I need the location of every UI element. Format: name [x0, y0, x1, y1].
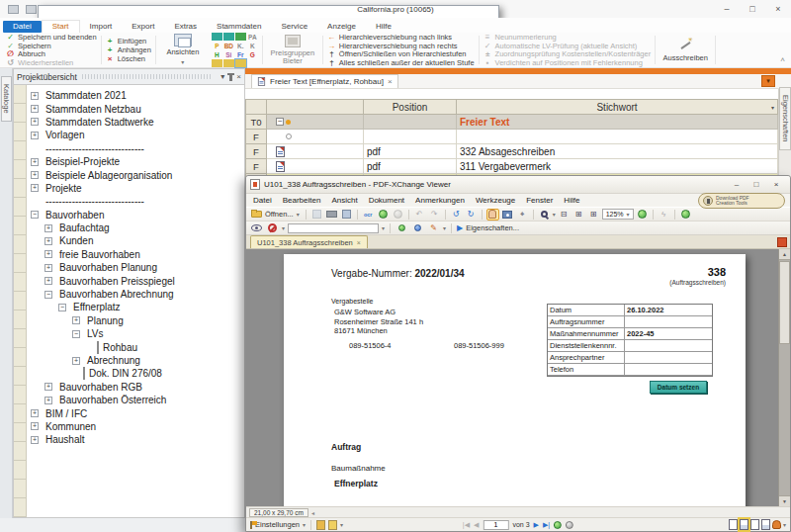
tree-expander-icon[interactable] — [31, 184, 39, 192]
stichwort-header[interactable]: Stichwort▾ — [457, 99, 778, 115]
rotate-right-icon[interactable]: ↻ — [465, 209, 478, 221]
rotate-left-icon[interactable]: ↺ — [450, 209, 463, 221]
tree-expander-icon[interactable] — [31, 409, 39, 417]
pdf-menu-item[interactable]: Datei — [253, 196, 272, 205]
settings-label[interactable]: Einstellungen — [255, 520, 300, 529]
ribbon-tab[interactable]: Anzeige — [317, 21, 366, 33]
stichwort-cell[interactable] — [457, 130, 778, 144]
print-icon[interactable] — [325, 209, 338, 221]
tree-expander-icon[interactable] — [31, 132, 39, 139]
table-row[interactable]: T0 Freier Text — [245, 115, 778, 130]
tab-scroll-button[interactable]: ▾ — [761, 75, 775, 87]
first-page-icon[interactable]: |◀ — [463, 521, 470, 529]
stichwort-cell[interactable]: Freier Text — [457, 115, 778, 130]
tree-item[interactable]: LVs — [29, 327, 244, 340]
ribbon-tab[interactable]: Extras — [164, 21, 207, 33]
tree-item[interactable]: Stammdaten 2021 — [29, 89, 244, 102]
tree-expander-icon[interactable] — [31, 422, 39, 430]
panel-menu-icon[interactable]: ▾ — [220, 72, 224, 81]
ribbon-button[interactable]: + Anhängen — [106, 45, 151, 54]
tree-expander-icon[interactable] — [31, 118, 39, 126]
table-row[interactable]: F pdf 332 Absageschreiben — [245, 144, 778, 159]
properties-button[interactable]: ▶ Eigenschaften... — [457, 223, 519, 232]
view-shortcut-icon[interactable]: K. — [235, 42, 246, 49]
scroll-down-icon[interactable]: ▼ — [779, 495, 790, 506]
eigenschaften-side-tab[interactable]: Eigenschaften — [779, 87, 791, 150]
pdf-doc-tab-close-icon[interactable]: × — [357, 239, 361, 246]
ribbon-tab[interactable]: Export — [122, 21, 164, 33]
tree-expander-icon[interactable] — [72, 357, 80, 365]
pdf-document-area[interactable]: Vergabe-Nummer: 2022/01/34 338 (Auftrags… — [246, 249, 790, 506]
table-row[interactable]: F — [245, 130, 778, 144]
web-icon[interactable] — [411, 222, 424, 234]
info-value[interactable] — [625, 316, 712, 328]
window-icon[interactable] — [26, 5, 37, 14]
position-cell[interactable]: pdf — [364, 159, 457, 174]
note-dropdown-icon[interactable]: ▾ — [340, 521, 343, 528]
tree-item[interactable]: Kommunen — [29, 420, 244, 433]
tab-close-icon[interactable]: × — [388, 77, 393, 86]
pdf-maximize-button[interactable]: □ — [747, 178, 766, 191]
tree-item[interactable]: Beispiele Ablageorganisation — [29, 168, 244, 181]
view-shortcut-icon[interactable] — [235, 59, 246, 67]
stichwort-cell[interactable]: 332 Absageschreiben — [457, 144, 778, 159]
table-row[interactable]: F pdf 311 Vergabevermerk — [245, 159, 778, 174]
tree-item[interactable]: Bauvorhaben Preisspiegel — [29, 274, 244, 287]
search-input[interactable] — [288, 223, 379, 233]
ribbon-button[interactable]: ✓ Speichern und beenden — [6, 33, 97, 42]
pdf-menu-item[interactable]: Dokument — [369, 196, 404, 205]
page-number-input[interactable] — [483, 520, 508, 530]
ribbon-tab[interactable]: Hilfe — [366, 21, 401, 33]
tree-expander-icon[interactable] — [58, 304, 66, 311]
pdf-menu-item[interactable]: Anmerkungen — [415, 196, 465, 205]
position-cell[interactable] — [364, 130, 457, 144]
redo-icon[interactable]: ↷ — [428, 209, 441, 221]
ribbon-button[interactable]: ∅ Abbruch — [6, 50, 97, 59]
undo-icon[interactable]: ↶ — [413, 209, 426, 221]
print-icon[interactable] — [8, 5, 19, 14]
view-shortcut-icon[interactable] — [223, 59, 234, 67]
launch-icon[interactable] — [679, 209, 692, 221]
pan-dropdown-icon[interactable]: ▾ — [783, 521, 786, 528]
zoom-tool-dropdown-icon[interactable]: ▾ — [553, 211, 556, 218]
ribbon-button[interactable]: ✓ Speichern — [6, 42, 97, 50]
tree-item[interactable]: Bauvorhaben RGB — [29, 381, 244, 394]
zoom-out-icon[interactable]: ⊟ — [558, 209, 571, 221]
fit-width-icon[interactable]: ⊞ — [587, 209, 600, 221]
tree-expander-icon[interactable] — [31, 158, 39, 166]
ribbon-button[interactable]: ± Zuordnungsprüfung Kostenstellen/Kosten… — [483, 50, 652, 59]
pencil-dropdown-icon[interactable]: ▾ — [443, 224, 446, 231]
ribbon-button[interactable]: + Einfügen — [106, 38, 151, 46]
pdf-close-button[interactable]: × — [766, 178, 786, 191]
tree-item[interactable]: Bauvorhaben Planung — [29, 261, 244, 274]
zoom-tool-icon[interactable] — [538, 209, 551, 221]
tree-expander-icon[interactable] — [31, 211, 39, 219]
tree-expander-icon[interactable] — [44, 291, 52, 299]
note-icon[interactable] — [328, 520, 337, 530]
pdf-vertical-scrollbar[interactable]: ▲ ▼ — [778, 249, 790, 506]
view-shortcut-icon[interactable]: Fr — [235, 50, 246, 58]
status-collapse-icon[interactable]: ◂ — [311, 509, 314, 516]
info-value[interactable] — [625, 364, 712, 376]
tree-expander-icon[interactable] — [44, 383, 52, 391]
info-value[interactable]: 26.10.2022 — [625, 305, 712, 316]
tree-item[interactable]: freie Bauvorhaben — [29, 248, 244, 261]
position-cell[interactable]: pdf — [364, 144, 457, 159]
tree-expander-icon[interactable] — [72, 330, 80, 338]
pencil-icon[interactable]: ✎ — [427, 222, 440, 234]
tree-expander-icon[interactable] — [44, 237, 52, 245]
next-view-icon[interactable] — [566, 521, 573, 529]
view-shortcut-icon[interactable]: PA — [247, 33, 258, 41]
tree-expander-icon[interactable] — [31, 92, 39, 100]
tree-item[interactable]: Dok. DIN 276/08 — [29, 367, 244, 380]
ribbon-tab[interactable]: Stammdaten — [207, 21, 271, 33]
tree-expander-icon[interactable] — [44, 277, 52, 285]
tree-expander-icon[interactable] — [44, 224, 52, 232]
select-tool-icon[interactable]: ⌖ — [516, 209, 529, 221]
pdf-doc-tab[interactable]: U101_338 Auftragsschreiben × — [250, 235, 368, 248]
tree-item[interactable]: Vorlagen — [29, 129, 244, 141]
tree-expander-icon[interactable] — [44, 264, 52, 272]
ribbon-tab[interactable]: Service — [271, 21, 317, 33]
panel-close-icon[interactable]: × — [236, 72, 241, 81]
open-dropdown-icon[interactable]: ▾ — [297, 211, 300, 218]
